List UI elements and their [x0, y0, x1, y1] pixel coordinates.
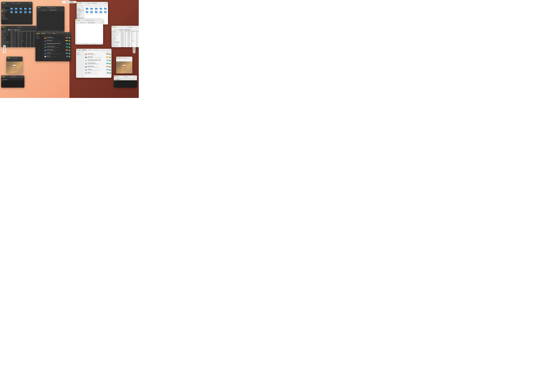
minimize-button[interactable]	[38, 7, 39, 8]
table-row[interactable]: gvfsd whatthrosh 0.00 2.8 MB N/A N/A N/A…	[111, 44, 139, 45]
light-sidebar-music[interactable]: ♪Music	[77, 13, 84, 14]
sidebar-videos[interactable]: ▶Videos	[1, 15, 9, 16]
tab-resources[interactable]: 📊 Resources	[8, 29, 14, 30]
maximize-button[interactable]	[115, 27, 116, 28]
folder-public[interactable]: Public	[19, 11, 23, 14]
table-row[interactable]: gvfsd whatthrosh 2.37 43.4 MB 18.4 kB N/…	[111, 34, 139, 35]
iv-zoom-icon[interactable]: ⊕	[22, 60, 22, 61]
light-sort-value[interactable]: Relevance ▾	[107, 52, 111, 52]
close-button[interactable]	[112, 27, 113, 28]
light-sidebar-home[interactable]: 🏠Home	[77, 10, 84, 11]
sidebar-starred[interactable]: ★Starred	[1, 8, 9, 10]
light-folder-templates[interactable]: Templates	[99, 11, 103, 14]
maximize-button[interactable]	[79, 50, 80, 50]
table-row[interactable]: dua-extension-gtk3 whatthrosh 0.00 10.8 …	[111, 35, 139, 36]
folder-templates[interactable]: Templates	[23, 11, 28, 14]
sc-repositories[interactable]: Repositories›	[36, 38, 43, 39]
table-row[interactable]: dua-extension-gtk3 whatthrosh 0.00 10.8 …	[1, 35, 37, 36]
light-view-button[interactable]: ⊞	[106, 2, 107, 4]
light-iv-next-icon[interactable]: ›	[117, 60, 118, 61]
light-sc-repositories[interactable]: Repositories›	[76, 54, 84, 55]
maximize-button[interactable]	[10, 57, 11, 58]
maximize-button[interactable]	[4, 27, 5, 28]
app-list-item[interactable]: 🔷 Blender (blender) Free and open-source…	[44, 49, 71, 52]
close-button[interactable]	[2, 76, 3, 77]
minimize-button[interactable]	[116, 76, 117, 77]
table-row[interactable]: gdm-wayland-session whatthrosh 0.00 516.…	[1, 43, 37, 44]
light-tab-browse[interactable]: 🔍 Browse	[81, 49, 87, 51]
tab-doc2[interactable]: Untitled Document 2	[49, 9, 57, 11]
sidebar-account[interactable]: 👤name@email...	[1, 17, 9, 19]
maximize-button[interactable]	[39, 33, 40, 34]
table-row[interactable]: gvfsd whatthrosh 0.00 2.8 MB N/A N/A N/A…	[1, 44, 37, 45]
light-sidebar-pictures[interactable]: 🖼Pictures	[77, 14, 84, 15]
folder-games[interactable]: Games	[28, 7, 32, 10]
install-button[interactable]: +	[109, 57, 111, 58]
term-tab-main[interactable]: ● User@linux	[2, 79, 8, 80]
minimize-button[interactable]	[118, 57, 119, 58]
light-folder-games[interactable]: Games	[103, 7, 108, 10]
install-button[interactable]: +	[109, 66, 111, 68]
light-save-label[interactable]: Save ▾	[100, 22, 103, 23]
maximize-button[interactable]	[4, 3, 5, 4]
light-term-menu-icon[interactable]: ⋮	[136, 76, 136, 77]
minimize-button[interactable]	[79, 3, 80, 4]
app-list-item[interactable]: 🔷 Blender (blender) Free and open-source…	[85, 65, 111, 68]
table-row[interactable]: knavfand whatthrosh 0.00 20.8 MB N/A N/A…	[1, 36, 37, 37]
table-row[interactable]: gnome-keyring-daemon whatthrosh 0.00 1.0…	[1, 42, 37, 43]
install-button[interactable]: +	[69, 40, 70, 42]
app-list-item[interactable]: 🎮 Steam (steam) Launcher for the Steam s…	[44, 39, 71, 43]
light-sidebar-videos[interactable]: ▶Videos	[77, 15, 84, 16]
light-search-button[interactable]: 🔍	[104, 2, 106, 4]
table-row[interactable]: amberol whatthrosh 0.00 50.0 MB 24.3 MB …	[111, 36, 139, 36]
minimize-button[interactable]	[3, 27, 4, 28]
light-sc-groups[interactable]: Groups›	[76, 53, 84, 54]
app-list-item[interactable]: ✈ Telegram Desktop (telegram-desktop) Fa…	[85, 59, 111, 62]
close-button[interactable]	[76, 20, 77, 21]
folder-music[interactable]: ♪ Music	[9, 11, 14, 14]
light-sidebar-starred[interactable]: ★Starred	[77, 8, 84, 10]
light-forward-button[interactable]: ›	[79, 5, 80, 6]
te-editor-area[interactable]	[38, 11, 65, 30]
close-button[interactable]	[77, 3, 78, 4]
app-list-item[interactable]: 🖨 Cura (cura) The world's most advanced …	[85, 68, 111, 71]
light-folder-music[interactable]: ♪ Music	[85, 11, 89, 14]
close-button[interactable]	[7, 57, 8, 58]
close-button[interactable]	[117, 57, 118, 58]
table-row[interactable]: pipewire whatthrosh 0.00 1.7 MB 280.0 kB…	[111, 40, 139, 41]
search-button[interactable]: 🔍	[29, 2, 30, 4]
maximize-button[interactable]	[80, 3, 81, 4]
table-row[interactable]: gvfs-gphoto2 whatthrosh 0.06 2.7 MB 3.0 …	[111, 38, 139, 39]
term-output[interactable]: $ █	[1, 80, 24, 88]
light-sidebar-trash[interactable]: 🗑Trash	[77, 16, 84, 17]
install-button[interactable]: +	[69, 37, 70, 39]
breadcrumb-home[interactable]: Home	[5, 5, 7, 6]
table-row[interactable]: bolt-panel whatthrosh 0.00 3.8 MB N/A N/…	[111, 39, 139, 40]
table-row[interactable]: gnome-keyring-daemon whatthrosh 0.00 1.0…	[111, 42, 139, 43]
app-list-item[interactable]: 🎮 Steam (steam) Launcher for the Steam s…	[85, 56, 111, 59]
minimize-button[interactable]	[37, 33, 38, 34]
light-folder-documents[interactable]: Documents	[94, 7, 98, 10]
install-button[interactable]: +	[69, 53, 70, 54]
table-row[interactable]: gvfs-gphoto2 whatthrosh 0.06 2.7 MB 3.0 …	[1, 38, 37, 39]
sidebar-downloads[interactable]: ⬇Downloads	[1, 12, 9, 13]
tab-doc1[interactable]: Untitled Document 1	[40, 9, 48, 11]
app-list-item[interactable]: 🦊 Firefox (firefox) Browse the World Wid…	[85, 53, 111, 56]
light-term-output[interactable]: $ █	[114, 80, 137, 88]
light-sc-menu-icon[interactable]: ⋮	[109, 49, 111, 51]
maximize-button[interactable]	[119, 57, 120, 58]
light-iv-prev-icon[interactable]: ‹	[117, 60, 117, 61]
close-button[interactable]	[36, 33, 37, 34]
table-row[interactable]: dbus-daemon whatthrosh 0.18 2.1 MB N/A N…	[111, 37, 139, 38]
sm-search-icon[interactable]: 🔍	[36, 27, 37, 28]
light-tab-filesystems[interactable]: 💾 File Systems	[124, 29, 131, 30]
view-button[interactable]: ⊞	[30, 2, 32, 4]
folder-desktop[interactable]: Desktop	[14, 7, 18, 10]
light-folder-desktop[interactable]: Desktop	[90, 7, 94, 10]
table-row[interactable]: gdm-wayland-session whatthrosh 0.00 516.…	[111, 43, 139, 44]
iv-next-icon[interactable]: ›	[7, 60, 8, 61]
light-tab-doc1[interactable]: Untitled Document 1	[79, 22, 87, 23]
minimize-button[interactable]	[3, 3, 4, 4]
app-list-item[interactable]: 🦊 Firefox (firefox) Browse the World Wid…	[44, 36, 71, 39]
sidebar-documents[interactable]: 📄Documents	[1, 11, 9, 12]
